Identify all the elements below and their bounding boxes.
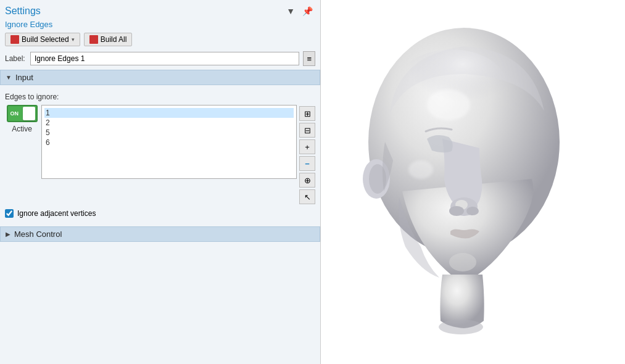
toggle-thumb: [23, 107, 35, 120]
input-arrow-icon: ▼: [6, 74, 12, 81]
add-edge-button[interactable]: +: [299, 139, 315, 154]
build-selected-icon: [10, 35, 19, 44]
settings-panel: Settings ▼ 📌 Ignore Edges Build Selected…: [0, 0, 321, 364]
label-input[interactable]: [30, 52, 299, 65]
edges-list[interactable]: 1 2 5 6: [41, 105, 297, 179]
label-row: Label: ≡: [5, 51, 315, 66]
list-item[interactable]: 2: [44, 118, 294, 128]
ignore-edges-subtitle: Ignore Edges: [5, 20, 315, 29]
settings-header: Settings ▼ 📌: [5, 5, 315, 17]
mesh-section-title: Mesh Control: [14, 230, 62, 239]
toolbar-row: Build Selected ▾ Build All: [5, 33, 315, 46]
input-section-title: Input: [15, 73, 33, 82]
build-all-button[interactable]: Build All: [84, 33, 133, 46]
edges-to-ignore-label: Edges to ignore:: [5, 93, 315, 101]
active-toggle-item: ON Active: [5, 105, 39, 133]
mesh-section-header[interactable]: ▶ Mesh Control: [0, 226, 320, 242]
list-item[interactable]: 6: [44, 138, 294, 147]
settings-title: Settings: [5, 6, 41, 17]
label-icon-button[interactable]: ≡: [303, 51, 315, 66]
header-icons: ▼ 📌: [284, 5, 315, 17]
build-selected-dropdown-icon: ▾: [72, 36, 75, 43]
svg-point-7: [466, 207, 479, 215]
svg-point-6: [449, 206, 464, 216]
toggle-on-label: ON: [10, 110, 19, 117]
pin-button[interactable]: 📌: [300, 5, 315, 17]
ignore-adjacent-checkbox[interactable]: [5, 209, 14, 218]
list-item[interactable]: 5: [44, 128, 294, 138]
cursor-edge-button[interactable]: ↖: [299, 189, 315, 204]
edges-container: ON Active 1 2 5 6 ⊞ ⊟ + − ⊕ ↖: [5, 105, 315, 204]
minimize-button[interactable]: ▼: [284, 5, 297, 17]
active-toggle[interactable]: ON: [7, 105, 38, 122]
input-section-header[interactable]: ▼ Input: [0, 70, 320, 85]
build-all-label: Build All: [101, 35, 127, 44]
label-text: Label:: [5, 54, 27, 63]
svg-point-8: [449, 253, 476, 271]
select-edge-button[interactable]: ⊕: [299, 173, 315, 188]
ignore-adjacent-row: Ignore adjacent vertices: [5, 209, 315, 218]
svg-point-10: [408, 160, 433, 179]
svg-point-11: [439, 320, 483, 334]
mesh-arrow-icon: ▶: [6, 231, 10, 238]
paste-edge-button[interactable]: ⊟: [299, 123, 315, 138]
copy-edge-button[interactable]: ⊞: [299, 106, 315, 121]
edges-toolbar: ⊞ ⊟ + − ⊕ ↖: [299, 105, 315, 204]
ignore-adjacent-label: Ignore adjacent vertices: [17, 209, 96, 218]
active-label: Active: [12, 125, 32, 133]
build-all-icon: [89, 35, 98, 44]
svg-point-9: [427, 89, 470, 120]
build-selected-button[interactable]: Build Selected ▾: [5, 33, 80, 46]
build-selected-label: Build Selected: [22, 35, 69, 44]
input-section: Edges to ignore: ON Active 1 2 5 6 ⊞ ⊟: [5, 89, 315, 221]
3d-viewport: [321, 0, 625, 364]
remove-edge-button[interactable]: −: [299, 156, 315, 171]
list-item[interactable]: 1: [44, 108, 294, 118]
head-model-svg: [341, 19, 606, 345]
